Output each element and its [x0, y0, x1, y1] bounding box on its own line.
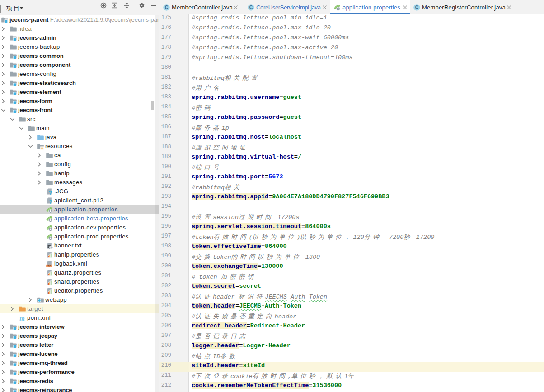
svg-text:<>: <>	[47, 264, 52, 267]
svg-text:C: C	[249, 5, 253, 10]
svg-text:C: C	[165, 5, 169, 10]
svg-text:?: ?	[48, 199, 52, 204]
svg-text:C: C	[415, 5, 419, 10]
svg-text:?: ?	[48, 190, 52, 195]
